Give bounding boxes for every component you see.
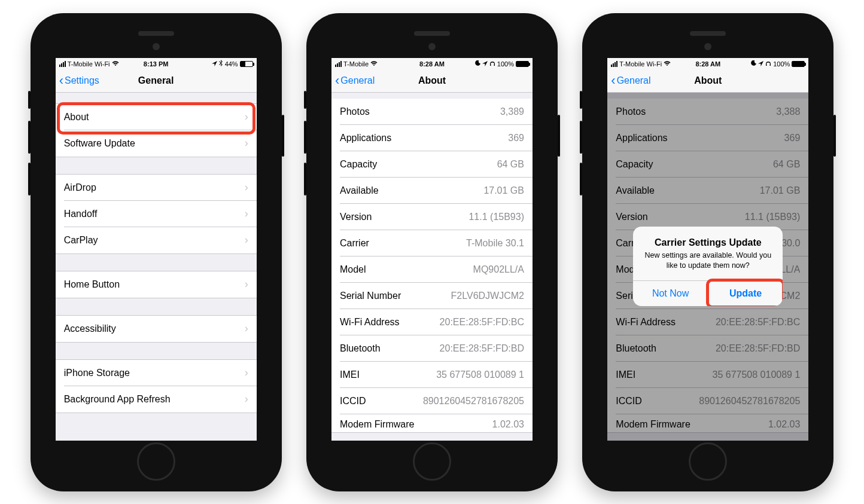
nav-bar: ‹ General About [331,70,533,93]
volume-up [28,121,31,154]
chevron-right-icon: › [245,366,248,379]
phone-frame-3: T-Mobile Wi-Fi 8:28 AM 100% [582,13,833,491]
row-label: Applications [340,133,391,143]
volume-up [580,121,582,154]
volume-down [28,163,31,196]
page-title: General [56,75,257,86]
chevron-right-icon: › [245,137,248,149]
row-label: ICCID [340,396,366,407]
alert-message: New settings are available. Would you li… [641,251,774,271]
settings-row-airdrop[interactable]: AirDrop› [56,175,257,201]
row-label: iPhone Storage [64,368,130,378]
row-label: Version [340,212,372,222]
chevron-right-icon: › [245,181,248,194]
row-value: 17.01 GB [483,185,524,196]
about-row-model[interactable]: ModelMQ902LL/A [331,256,533,283]
about-row-version[interactable]: Version11.1 (15B93) [331,204,533,230]
row-value: 369 [508,133,524,143]
row-label: CarPlay [64,235,98,246]
battery-icon [516,61,529,67]
about-row-serial-number[interactable]: Serial NumberF2LV6DJWJCM2 [331,283,533,309]
settings-row-about[interactable]: About› [56,104,257,130]
battery-fill [241,62,246,66]
battery-fill [792,62,804,66]
row-label: Home Button [64,279,120,290]
row-label: Carrier [340,238,369,249]
power-button [833,115,836,157]
alert-not-now-button[interactable]: Not Now [633,281,708,306]
row-label: Serial Number [340,291,401,301]
row-label: Bluetooth [340,343,381,354]
status-bar: T-Mobile 8:28 AM 100% [331,58,533,70]
row-label: Photos [340,106,370,117]
chevron-right-icon: › [245,111,248,123]
row-label: About [64,112,89,123]
about-row-iccid[interactable]: ICCID8901260452781678205 [331,388,533,414]
about-row-photos[interactable]: Photos3,389 [331,99,533,125]
status-bar: T-Mobile Wi-Fi 8:28 AM 100% [607,58,808,70]
about-row-capacity[interactable]: Capacity64 GB [331,151,533,178]
about-row-carrier[interactable]: CarrierT-Mobile 30.1 [331,230,533,256]
nav-bar: ‹ Settings General [56,70,257,93]
volume-down [304,163,306,196]
about-row-imei[interactable]: IMEI35 677508 010089 1 [331,362,533,388]
row-value: T-Mobile 30.1 [466,238,524,249]
row-label: IMEI [340,369,360,380]
camera-dot [428,43,436,50]
settings-row-iphone-storage[interactable]: iPhone Storage› [56,360,257,386]
row-value: 64 GB [497,159,524,170]
volume-up [304,121,306,154]
camera-dot [704,43,711,50]
mute-switch [304,91,306,109]
about-list[interactable]: Photos3,388Applications369Capacity64 GBA… [607,93,808,441]
settings-row-home-button[interactable]: Home Button› [56,271,257,298]
modal-overlay: Carrier Settings Update New settings are… [607,93,808,441]
row-label: Modem Firmware [340,419,414,430]
settings-row-software-update[interactable]: Software Update› [56,130,257,157]
power-button [282,115,284,157]
nav-bar: ‹ General About [607,70,808,93]
row-label: AirDrop [64,182,96,193]
row-value: MQ902LL/A [473,264,524,275]
alert-title: Carrier Settings Update [641,237,774,248]
row-value: 8901260452781678205 [423,396,524,407]
row-value: 20:EE:28:5F:FD:BC [440,317,524,328]
settings-row-handoff[interactable]: Handoff› [56,201,257,227]
about-row-modem-firmware[interactable]: Modem Firmware1.02.03 [331,414,533,432]
clock-label: 8:28 AM [331,60,533,68]
about-list[interactable]: Photos3,389Applications369Capacity64 GBA… [331,93,533,441]
row-label: Accessibility [64,323,116,334]
about-row-bluetooth[interactable]: Bluetooth20:EE:28:5F:FD:BD [331,335,533,362]
row-label: Background App Refresh [64,394,171,405]
row-label: Available [340,185,379,196]
settings-row-accessibility[interactable]: Accessibility› [56,316,257,342]
mute-switch [580,91,582,109]
about-row-applications[interactable]: Applications369 [331,125,533,151]
battery-icon [792,61,805,67]
camera-dot [153,43,160,50]
page-title: About [607,75,808,86]
power-button [558,115,560,157]
settings-row-carplay[interactable]: CarPlay› [56,227,257,253]
row-label: Model [340,264,366,275]
chevron-right-icon: › [245,278,248,291]
settings-row-background-app-refresh[interactable]: Background App Refresh› [56,386,257,413]
alert-update-button[interactable]: Update [708,281,783,306]
settings-list[interactable]: About›Software Update›AirDrop›Handoff›Ca… [56,93,257,441]
about-row-available[interactable]: Available17.01 GB [331,178,533,204]
clock-label: 8:13 PM [56,60,257,68]
chevron-right-icon: › [245,234,248,246]
row-value: 20:EE:28:5F:FD:BD [440,343,524,354]
carrier-update-alert: Carrier Settings Update New settings are… [633,227,783,306]
clock-label: 8:28 AM [607,60,808,68]
row-value: 3,389 [500,106,524,117]
page-title: About [331,75,533,86]
mute-switch [28,91,31,109]
row-value: 11.1 (15B93) [468,212,524,222]
status-bar: T-Mobile Wi-Fi 8:13 PM 44% [56,58,257,70]
row-value: 35 677508 010089 1 [436,369,524,380]
about-row-wi-fi-address[interactable]: Wi-Fi Address20:EE:28:5F:FD:BC [331,309,533,335]
phone-frame-1: T-Mobile Wi-Fi 8:13 PM 44% ‹ Settin [31,13,282,491]
phone-frame-2: T-Mobile 8:28 AM 100% [306,13,558,491]
screen-about: T-Mobile 8:28 AM 100% [331,58,533,441]
